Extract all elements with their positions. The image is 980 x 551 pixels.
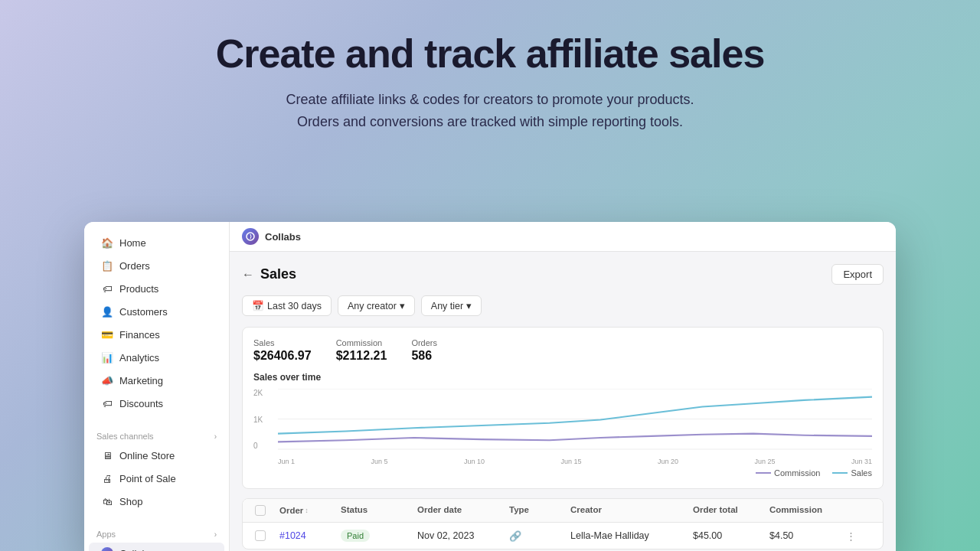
sidebar-item-label-analytics: Analytics [119,352,159,364]
filter-date-label: Last 30 days [267,301,322,311]
collabs-icon: C [101,547,113,551]
order-sort-icon[interactable]: ↕ [305,507,309,514]
page-title: Sales [260,266,296,282]
orders-icon: 📋 [101,259,113,272]
legend-commission: Commission [756,468,821,478]
row-select-checkbox[interactable] [255,530,266,541]
sidebar-item-point-of-sale[interactable]: 🖨 Point of Sale [89,468,224,489]
commission-line-icon [756,472,771,474]
chart-inner [278,389,872,450]
sidebar-item-collabs[interactable]: C Collabs [89,543,224,551]
order-link[interactable]: #1024 [279,530,306,541]
filters-row: 📅 Last 30 days Any creator ▾ Any tier ▾ [242,295,884,316]
top-bar: Collabs [230,222,896,252]
more-options-icon[interactable]: ⋮ [846,531,856,542]
legend-sales: Sales [832,468,872,478]
customers-icon: 👤 [101,305,113,318]
stats-card: Sales $26406.97 Commission $2112.21 Orde… [242,327,884,489]
sidebar-item-online-store[interactable]: 🖥 Online Store [89,445,224,466]
sales-line-icon [832,472,848,474]
sidebar-item-shop[interactable]: 🛍 Shop [89,491,224,512]
sidebar-item-marketing[interactable]: 📣 Marketing [89,370,224,391]
row-type: 🔗 [509,530,570,542]
chart-svg [278,389,872,450]
y-label-0: 0 [253,442,275,450]
sales-label: Sales [253,338,312,347]
sidebar-item-label-marketing: Marketing [119,375,163,386]
sidebar-item-finances[interactable]: 💳 Finances [89,324,224,345]
chart-area: 2K 1K 0 [253,389,872,465]
sidebar-item-label-pos: Point of Sale [119,473,176,484]
status-badge: Paid [341,530,370,542]
tier-chevron-icon: ▾ [466,300,472,311]
app-window: 🏠 Home 📋 Orders 🏷 Products 👤 Customers 💳… [84,222,896,551]
apps-chevron[interactable]: › [214,530,217,539]
apps-label: Apps › [84,522,229,542]
sidebar-item-label-orders: Orders [119,260,150,272]
sales-channels-label: Sales channels › [84,424,229,444]
sidebar-item-label-discounts: Discounts [119,398,163,409]
discounts-icon: 🏷 [101,397,113,409]
main-content: Collabs ← Sales Export 📅 Last 30 days An… [230,222,896,551]
x-label-jun15: Jun 15 [560,458,581,465]
sidebar-item-label-customers: Customers [119,306,168,318]
hero-subtitle-line1: Create affiliate links & codes for creat… [286,92,694,107]
page-header-left: ← Sales [242,266,296,282]
chart-y-labels: 2K 1K 0 [253,389,275,450]
creator-chevron-icon: ▾ [400,300,405,311]
col-creator: Creator [570,505,693,516]
sidebar-item-analytics[interactable]: 📊 Analytics [89,347,224,368]
x-label-jun1: Jun 1 [278,458,295,465]
x-label-jun5: Jun 5 [371,458,387,465]
hero-subtitle: Create affiliate links & codes for creat… [15,89,965,133]
chart-x-labels: Jun 1 Jun 5 Jun 10 Jun 15 Jun 20 Jun 25 … [278,458,872,465]
filter-tier-label: Any tier [431,301,463,311]
row-more: ⋮ [846,530,869,542]
sidebar-item-orders[interactable]: 📋 Orders [89,255,224,276]
export-button[interactable]: Export [831,264,884,285]
x-label-jun25: Jun 25 [754,458,775,465]
hero-subtitle-line2: Orders and conversions are tracked with … [297,114,683,129]
sidebar-item-customers[interactable]: 👤 Customers [89,301,224,322]
row-order-number: #1024 [279,530,341,541]
page-content: ← Sales Export 📅 Last 30 days Any creato… [230,252,896,551]
sidebar-item-label-shop: Shop [119,496,142,507]
svg-point-0 [247,233,254,240]
sidebar-item-label-collabs: Collabs [119,548,152,552]
app-name: Collabs [265,231,301,243]
filter-creator[interactable]: Any creator ▾ [338,295,415,316]
pos-icon: 🖨 [101,472,113,484]
col-order-date: Order date [417,505,509,516]
stat-orders: Orders 586 [411,338,437,363]
app-logo [242,228,259,245]
home-icon: 🏠 [101,236,113,249]
legend-sales-label: Sales [851,468,872,478]
x-label-jun20: Jun 20 [658,458,678,465]
marketing-icon: 📣 [101,374,113,386]
header-checkbox[interactable] [255,505,266,516]
sidebar-item-home[interactable]: 🏠 Home [89,232,224,253]
commission-value: $2112.21 [336,349,387,363]
col-type: Type [509,505,570,516]
online-store-icon: 🖥 [101,449,113,461]
back-button[interactable]: ← [242,268,254,282]
row-commission: $4.50 [769,530,846,541]
col-commission: Commission [769,505,846,516]
finances-icon: 💳 [101,328,113,341]
sidebar-item-discounts[interactable]: 🏷 Discounts [89,393,224,414]
hero-title: Create and track affiliate sales [15,31,965,77]
filter-tier[interactable]: Any tier ▾ [421,295,482,316]
col-checkbox [255,505,279,516]
filter-date[interactable]: 📅 Last 30 days [242,295,332,316]
analytics-icon: 📊 [101,351,113,364]
filter-creator-label: Any creator [348,301,397,311]
commission-label: Commission [336,338,387,347]
col-actions [846,505,869,516]
sales-value: $26406.97 [253,349,312,363]
col-order-total: Order total [693,505,769,516]
col-order: Order ↕ [279,505,341,516]
page-header: ← Sales Export [242,264,884,285]
orders-table: Order ↕ Status Order date Type Creator O… [242,498,884,549]
sidebar-item-products[interactable]: 🏷 Products [89,278,224,299]
sales-channels-chevron[interactable]: › [214,432,217,441]
